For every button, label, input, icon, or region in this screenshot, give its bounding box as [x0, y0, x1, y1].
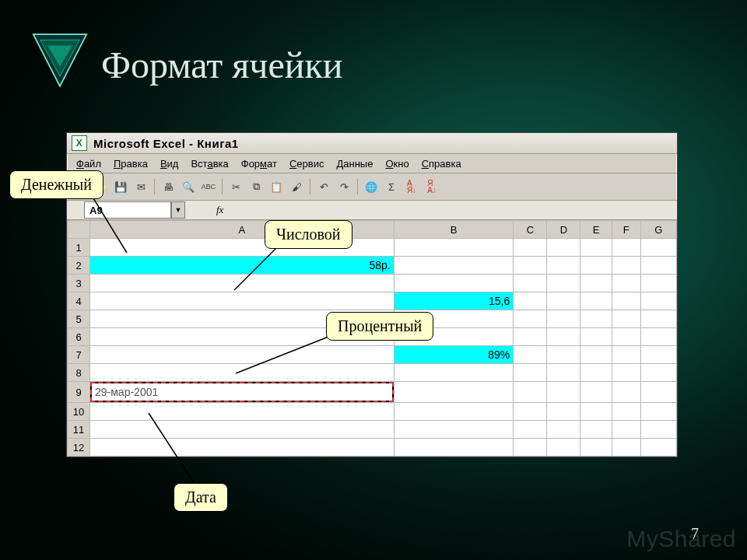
cell-E8[interactable] [580, 364, 612, 382]
row-header-5[interactable]: 5 [68, 310, 90, 328]
cell-F5[interactable] [612, 310, 640, 328]
cell-E3[interactable] [580, 275, 612, 292]
col-header-C[interactable]: C [514, 221, 547, 239]
sort-desc-icon[interactable]: ЯА↓ [423, 177, 441, 196]
cell-D2[interactable] [547, 257, 580, 275]
col-header-E[interactable]: E [580, 221, 612, 239]
redo-icon[interactable]: ↷ [335, 177, 353, 196]
cell-D3[interactable] [547, 275, 580, 292]
cell-G4[interactable] [640, 292, 676, 310]
cell-E1[interactable] [580, 239, 612, 257]
row-header-8[interactable]: 8 [68, 364, 90, 382]
cell-G8[interactable] [640, 364, 676, 382]
menu-file[interactable]: Файл [70, 156, 107, 171]
cell-F6[interactable] [612, 328, 640, 346]
cell-E6[interactable] [580, 328, 612, 346]
cell-F8[interactable] [612, 364, 640, 382]
cell-F9[interactable] [612, 382, 640, 403]
cell-D10[interactable] [547, 403, 580, 421]
row-header-2[interactable]: 2 [68, 257, 90, 275]
cell-B9[interactable] [394, 382, 514, 403]
cell-E2[interactable] [580, 257, 612, 275]
preview-icon[interactable]: 🔍 [179, 177, 198, 196]
cell-C6[interactable] [514, 328, 547, 346]
cell-B11[interactable] [394, 421, 514, 439]
cell-C2[interactable] [514, 257, 547, 275]
format-painter-icon[interactable]: 🖌 [287, 177, 306, 196]
cell-G9[interactable] [640, 382, 676, 403]
cut-icon[interactable]: ✂ [226, 177, 245, 196]
cell-B4[interactable]: 15,6 [394, 292, 514, 310]
menu-view[interactable]: Вид [154, 156, 185, 171]
cell-G12[interactable] [640, 439, 676, 457]
cell-D4[interactable] [547, 292, 580, 310]
cell-G7[interactable] [640, 346, 676, 364]
cell-D11[interactable] [547, 421, 580, 439]
cell-G2[interactable] [640, 257, 676, 275]
cell-F3[interactable] [612, 275, 640, 292]
cell-B8[interactable] [394, 364, 514, 382]
cell-E10[interactable] [580, 403, 612, 421]
cell-F1[interactable] [612, 239, 640, 257]
row-header-6[interactable]: 6 [68, 328, 90, 346]
cell-B3[interactable] [394, 275, 514, 292]
cell-C11[interactable] [514, 421, 547, 439]
col-header-F[interactable]: F [612, 221, 640, 239]
cell-G5[interactable] [640, 310, 676, 328]
cell-E5[interactable] [580, 310, 612, 328]
cell-C7[interactable] [514, 346, 547, 364]
row-header-1[interactable]: 1 [68, 239, 90, 257]
sort-asc-icon[interactable]: АЯ↓ [402, 177, 421, 196]
menu-format[interactable]: Формат [235, 156, 283, 171]
cell-C8[interactable] [514, 364, 547, 382]
cell-G6[interactable] [640, 328, 676, 346]
cell-D12[interactable] [547, 439, 580, 457]
menu-data[interactable]: Данные [330, 156, 379, 171]
menu-help[interactable]: Справка [416, 156, 468, 171]
cell-F10[interactable] [612, 403, 640, 421]
cell-B12[interactable] [394, 439, 514, 457]
cell-E7[interactable] [580, 346, 612, 364]
cell-C5[interactable] [514, 310, 547, 328]
cell-C9[interactable] [514, 382, 547, 403]
cell-E11[interactable] [580, 421, 612, 439]
cell-C12[interactable] [514, 439, 547, 457]
menu-window[interactable]: Окно [379, 156, 415, 171]
cell-F7[interactable] [612, 346, 640, 364]
col-header-D[interactable]: D [547, 221, 580, 239]
name-box-dropdown-icon[interactable]: ▼ [171, 201, 185, 219]
cell-D5[interactable] [547, 310, 580, 328]
cell-E4[interactable] [580, 292, 612, 310]
cell-G11[interactable] [640, 421, 676, 439]
cell-C3[interactable] [514, 275, 547, 292]
paste-icon[interactable]: 📋 [267, 177, 286, 196]
undo-icon[interactable]: ↶ [314, 177, 333, 196]
cell-D9[interactable] [547, 382, 580, 403]
cell-D8[interactable] [547, 364, 580, 382]
fx-label[interactable]: fx [216, 204, 223, 216]
cell-A9[interactable]: 29-мар-2001 [90, 382, 395, 403]
cell-G10[interactable] [640, 403, 676, 421]
menu-insert[interactable]: Вставка [184, 156, 234, 171]
cell-B1[interactable] [394, 239, 514, 257]
menu-edit[interactable]: Правка [107, 156, 154, 171]
cell-A10[interactable] [90, 403, 395, 421]
cell-G1[interactable] [640, 239, 676, 257]
cell-F11[interactable] [612, 421, 640, 439]
cell-A11[interactable] [90, 421, 395, 439]
cell-F12[interactable] [612, 439, 640, 457]
select-all-corner[interactable] [68, 221, 90, 239]
cell-B7[interactable]: 89% [394, 346, 514, 364]
cell-D6[interactable] [547, 328, 580, 346]
cell-C1[interactable] [514, 239, 547, 257]
row-header-7[interactable]: 7 [68, 346, 90, 364]
row-header-10[interactable]: 10 [68, 403, 90, 421]
link-icon[interactable]: 🌐 [362, 177, 381, 196]
row-header-3[interactable]: 3 [68, 275, 90, 292]
col-header-G[interactable]: G [640, 221, 676, 239]
cell-E12[interactable] [580, 439, 612, 457]
cell-F2[interactable] [612, 257, 640, 275]
print-icon[interactable]: 🖶 [159, 177, 177, 196]
cell-B10[interactable] [394, 403, 514, 421]
cell-D1[interactable] [547, 239, 580, 257]
